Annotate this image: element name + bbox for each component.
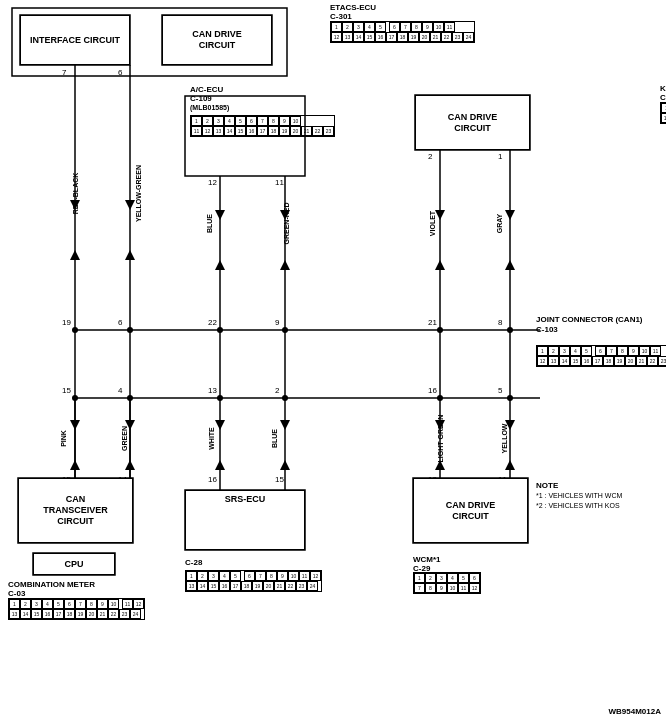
svg-point-56 [217, 395, 223, 401]
light-green-label: LIGHT GREEN [437, 415, 444, 463]
svg-marker-31 [505, 210, 515, 220]
red-black-label: RED-BLACK [72, 173, 79, 215]
can-drive-circuit-top-box: CAN DRIVECIRCUIT [162, 15, 272, 65]
svg-point-53 [507, 327, 513, 333]
svg-marker-33 [70, 420, 80, 430]
svg-marker-25 [215, 210, 225, 220]
svg-point-51 [282, 327, 288, 333]
svg-point-57 [282, 395, 288, 401]
joint-connector-label: JOINT CONNECTOR (CAN1) C-103 [536, 315, 643, 336]
srs-ecu-box: SRS-ECU [185, 490, 305, 550]
pin-8: 8 [498, 318, 502, 327]
ac-ecu-connector-grid: 1 2 3 4 5 6 7 8 9 10 11 12 13 14 15 16 1… [190, 115, 335, 137]
combination-meter-connector: 1 2 3 4 5 6 7 8 9 10 11 12 13 14 15 16 1… [8, 598, 145, 620]
svg-marker-28 [280, 260, 290, 270]
svg-marker-22 [70, 250, 80, 260]
ac-ecu-label: A/C-ECU C-109 (MLB01585) [190, 85, 229, 112]
pin-6a: 6 [118, 68, 122, 77]
svg-point-48 [72, 327, 78, 333]
svg-point-58 [437, 395, 443, 401]
wcm-can-drive-box: CAN DRIVECIRCUIT [413, 478, 528, 543]
white-label: WHITE [208, 427, 215, 450]
pin-16b: 16 [208, 475, 217, 484]
blue2-label: BLUE [271, 429, 278, 448]
pin-22: 22 [208, 318, 217, 327]
joint-connector-grid: 1 2 3 4 5 6 7 8 9 10 11 12 13 14 15 16 1… [536, 345, 666, 367]
pin-13: 13 [208, 386, 217, 395]
pin-11: 11 [275, 178, 284, 187]
interface-circuit-box: INTERFACE CIRCUIT [20, 15, 130, 65]
gray-label: GRAY [496, 214, 503, 234]
watermark: WB954M012A [609, 707, 661, 716]
pin-4: 4 [118, 386, 122, 395]
pin-15a: 15 [62, 386, 71, 395]
green-label: GREEN [121, 426, 128, 451]
svg-marker-29 [435, 210, 445, 220]
svg-point-49 [127, 327, 133, 333]
pin-2b: 2 [275, 386, 279, 395]
pin-12: 12 [208, 178, 217, 187]
svg-marker-32 [505, 260, 515, 270]
svg-point-54 [72, 395, 78, 401]
violet-label: VIOLET [429, 211, 436, 236]
can-transceiver-box: CANTRANSCEIVERCIRCUIT [18, 478, 133, 543]
svg-marker-30 [435, 260, 445, 270]
svg-marker-34 [70, 460, 80, 470]
pin-5: 5 [498, 386, 502, 395]
pin-6b: 6 [118, 318, 122, 327]
wcm-connector: 1 2 3 4 5 6 7 8 9 10 11 12 [413, 572, 481, 594]
svg-point-52 [437, 327, 443, 333]
srs-ecu-connector: 1 2 3 4 5 6 7 8 9 10 11 12 13 14 15 16 1… [185, 570, 322, 592]
cpu-box: CPU [33, 553, 115, 575]
diagram-container: INTERFACE CIRCUIT CAN DRIVECIRCUIT ETACS… [0, 0, 666, 719]
svg-point-59 [507, 395, 513, 401]
svg-marker-23 [125, 200, 135, 210]
svg-marker-36 [125, 460, 135, 470]
etacs-connector: ETACS-ECU C-301 1 2 3 4 5 6 7 8 9 10 11 … [330, 3, 475, 43]
svg-marker-44 [505, 460, 515, 470]
pin-19: 19 [62, 318, 71, 327]
pin-21: 21 [428, 318, 437, 327]
srs-ecu-connector-label: C-28 [185, 558, 202, 567]
combination-meter-label: COMBINATION METER C-03 [8, 580, 95, 598]
pin-2: 2 [428, 152, 432, 161]
svg-marker-26 [215, 260, 225, 270]
yellow-label: YELLOW [501, 424, 508, 454]
svg-marker-24 [125, 250, 135, 260]
pin-1: 1 [498, 152, 502, 161]
pin-9: 9 [275, 318, 279, 327]
pin-16: 16 [428, 386, 437, 395]
pin-15c: 15 [275, 475, 284, 484]
kos-can-drive-circuit-box: CAN DRIVECIRCUIT [415, 95, 530, 150]
green-red-label: GREEN-RED [283, 202, 290, 244]
pin-7: 7 [62, 68, 66, 77]
wcm-label: WCM*1 C-29 [413, 555, 441, 573]
svg-point-50 [217, 327, 223, 333]
yellow-green-label: YELLOW-GREEN [135, 165, 142, 222]
note-section: NOTE *1 : VEHICLES WITH WCM *2 : VEHICLE… [536, 480, 622, 511]
svg-point-55 [127, 395, 133, 401]
blue-label: BLUE [206, 214, 213, 233]
pink-label: PINK [60, 430, 67, 447]
